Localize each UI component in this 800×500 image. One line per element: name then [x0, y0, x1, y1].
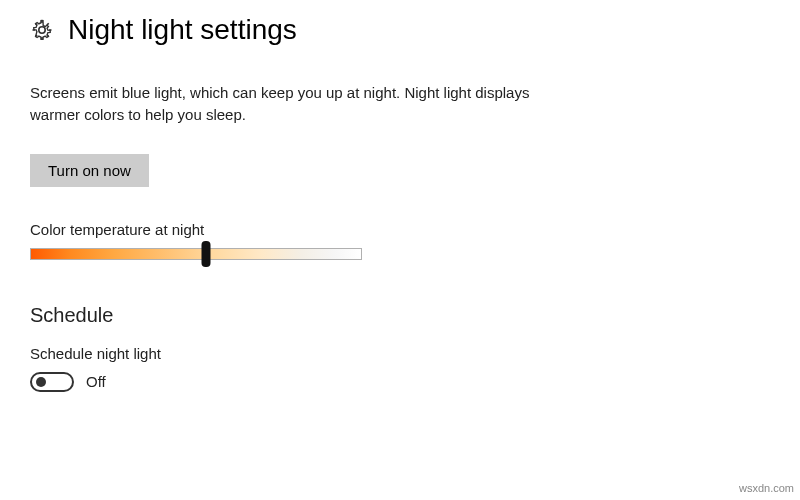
svg-point-0 [39, 27, 45, 33]
schedule-toggle[interactable] [30, 372, 74, 392]
toggle-knob [36, 377, 46, 387]
schedule-heading: Schedule [30, 304, 770, 327]
turn-on-now-button[interactable]: Turn on now [30, 154, 149, 187]
color-temperature-label: Color temperature at night [30, 221, 770, 238]
slider-thumb[interactable] [201, 241, 210, 267]
watermark: wsxdn.com [739, 482, 794, 494]
header: Night light settings [30, 14, 770, 46]
page-title: Night light settings [68, 14, 297, 46]
gear-icon [30, 18, 54, 42]
color-temperature-slider[interactable] [30, 248, 362, 260]
schedule-toggle-row: Off [30, 372, 770, 392]
slider-track[interactable] [30, 248, 362, 260]
schedule-toggle-state: Off [86, 373, 106, 390]
description-text: Screens emit blue light, which can keep … [30, 82, 570, 126]
schedule-night-light-label: Schedule night light [30, 345, 770, 362]
